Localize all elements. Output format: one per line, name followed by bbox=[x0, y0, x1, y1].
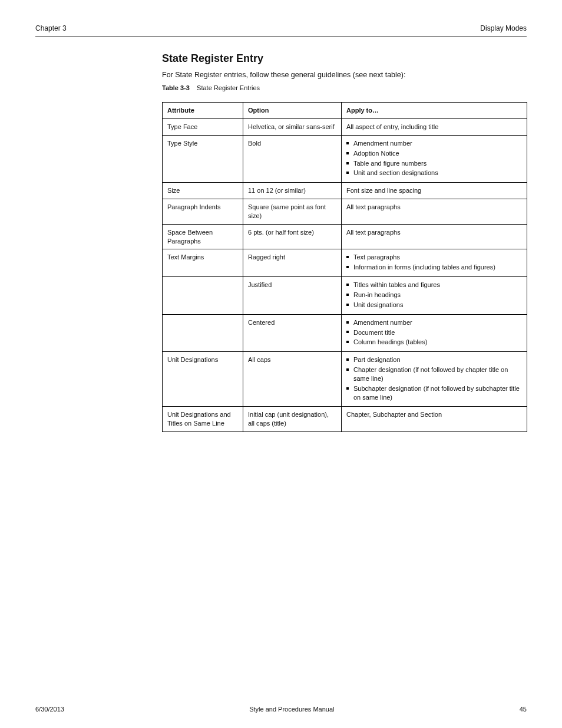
list-item: Titles within tables and figures bbox=[346, 281, 522, 289]
bullet-list: Text paragraphs Information in forms (in… bbox=[346, 253, 522, 272]
cell-opt: Square (same point as font size) bbox=[243, 199, 342, 225]
table-row: Space Between Paragraphs 6 pts. (or half… bbox=[163, 224, 527, 249]
list-item: Document title bbox=[346, 328, 522, 337]
cell-opt: Ragged right bbox=[243, 249, 342, 277]
list-item: Part designation bbox=[346, 355, 522, 364]
cell-attr: Space Between Paragraphs bbox=[163, 224, 243, 249]
table-row: Paragraph Indents Square (same point as … bbox=[163, 199, 527, 225]
table-row: Unit Designations and Titles on Same Lin… bbox=[163, 407, 527, 432]
cell-desc: All text paragraphs bbox=[342, 224, 527, 249]
header-chapter: Chapter 3 bbox=[35, 24, 67, 33]
table-row: Size 11 on 12 (or similar) Font size and… bbox=[163, 183, 527, 199]
page-footer: 6/30/2013 Style and Procedures Manual 45 bbox=[35, 705, 527, 714]
th-applyto: Apply to… bbox=[342, 103, 527, 119]
table-row: Unit Designations All caps Part designat… bbox=[163, 352, 527, 407]
footer-date: 6/30/2013 bbox=[35, 705, 64, 714]
header-rule bbox=[35, 37, 527, 37]
cell-opt: Initial cap (unit designation), all caps… bbox=[243, 407, 342, 432]
page: Chapter 3 Display Modes State Register E… bbox=[0, 0, 562, 728]
cell-desc: Amendment number Document title Column h… bbox=[342, 314, 527, 352]
bullet-list: Part designation Chapter designation (if… bbox=[346, 355, 522, 401]
list-item: Amendment number bbox=[346, 318, 522, 327]
table-row: Justified Titles within tables and figur… bbox=[163, 277, 527, 315]
bullet-list: Amendment number Document title Column h… bbox=[346, 318, 522, 347]
cell-desc: Chapter, Subchapter and Section bbox=[342, 407, 527, 432]
cell-opt: 11 on 12 (or similar) bbox=[243, 183, 342, 199]
cell-desc: All aspect of entry, including title bbox=[342, 119, 527, 136]
cell-opt: Helvetica, or similar sans-serif bbox=[243, 119, 342, 136]
table-caption: Table 3-3 State Register Entries bbox=[162, 84, 527, 93]
table-row: Type Face Helvetica, or similar sans-ser… bbox=[163, 119, 527, 136]
list-item: Unit designations bbox=[346, 301, 522, 309]
list-item: Adoption Notice bbox=[346, 149, 522, 158]
section-lead: For State Register entries, follow these… bbox=[162, 70, 527, 80]
list-item: Unit and section designations bbox=[346, 169, 522, 177]
bullet-list: Amendment number Adoption Notice Table a… bbox=[346, 139, 522, 177]
cell-attr: Unit Designations and Titles on Same Lin… bbox=[163, 407, 243, 432]
list-item: Text paragraphs bbox=[346, 253, 522, 262]
table-row: Type Style Bold Amendment number Adoptio… bbox=[163, 135, 527, 182]
cell-attr: Type Style bbox=[163, 135, 243, 182]
table-row: Text Margins Ragged right Text paragraph… bbox=[163, 249, 527, 277]
content: State Register Entry For State Register … bbox=[162, 51, 527, 432]
list-item: Amendment number bbox=[346, 139, 522, 148]
table-caption-text: State Register Entries bbox=[197, 84, 260, 91]
cell-attr bbox=[163, 277, 243, 315]
cell-desc: Part designation Chapter designation (if… bbox=[342, 352, 527, 407]
cell-attr: Size bbox=[163, 183, 243, 199]
cell-opt: All caps bbox=[243, 352, 342, 407]
section-title: State Register Entry bbox=[162, 51, 527, 65]
cell-desc: Font size and line spacing bbox=[342, 183, 527, 199]
cell-desc: Amendment number Adoption Notice Table a… bbox=[342, 135, 527, 182]
list-item: Chapter designation (if not followed by … bbox=[346, 365, 522, 383]
list-item: Table and figure numbers bbox=[346, 159, 522, 168]
cell-desc: Text paragraphs Information in forms (in… bbox=[342, 249, 527, 277]
cell-attr: Paragraph Indents bbox=[163, 199, 243, 225]
th-attribute: Attribute bbox=[163, 103, 243, 119]
list-item: Information in forms (including tables a… bbox=[346, 263, 522, 272]
th-option: Option bbox=[243, 103, 342, 119]
cell-opt: 6 pts. (or half font size) bbox=[243, 224, 342, 249]
cell-opt: Centered bbox=[243, 314, 342, 352]
list-item: Subchapter designation (if not followed … bbox=[346, 384, 522, 402]
table-caption-label: Table 3-3 bbox=[162, 84, 190, 91]
table-header-row: Attribute Option Apply to… bbox=[163, 103, 527, 119]
cell-attr bbox=[163, 314, 243, 352]
cell-desc: All text paragraphs bbox=[342, 199, 527, 225]
spec-table: Attribute Option Apply to… Type Face Hel… bbox=[162, 102, 527, 432]
cell-attr: Type Face bbox=[163, 119, 243, 136]
table-row: Centered Amendment number Document title… bbox=[163, 314, 527, 352]
footer-page: 45 bbox=[520, 705, 527, 714]
cell-attr: Text Margins bbox=[163, 249, 243, 277]
bullet-list: Titles within tables and figures Run-in … bbox=[346, 281, 522, 309]
cell-desc: Titles within tables and figures Run-in … bbox=[342, 277, 527, 315]
page-header: Chapter 3 Display Modes bbox=[35, 24, 527, 33]
footer-center: Style and Procedures Manual bbox=[249, 705, 334, 714]
header-subject: Display Modes bbox=[480, 24, 527, 33]
list-item: Column headings (tables) bbox=[346, 338, 522, 347]
cell-attr: Unit Designations bbox=[163, 352, 243, 407]
list-item: Run-in headings bbox=[346, 291, 522, 299]
cell-opt: Justified bbox=[243, 277, 342, 315]
cell-opt: Bold bbox=[243, 135, 342, 182]
